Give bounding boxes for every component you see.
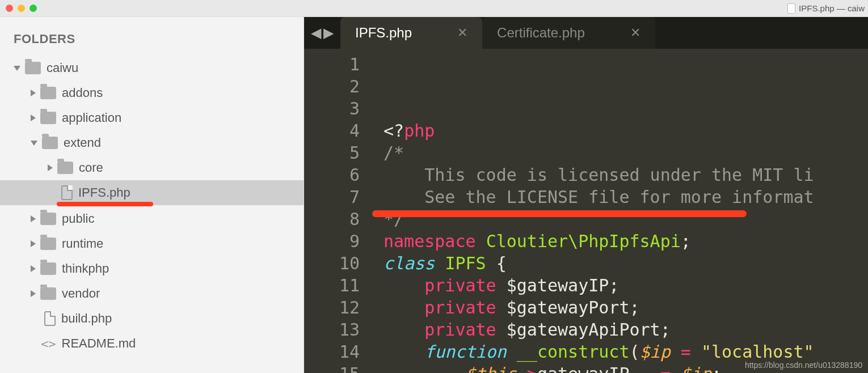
chevron-right-icon[interactable]	[31, 240, 36, 247]
sidebar-item-extend[interactable]: extend	[0, 130, 304, 155]
chevron-right-icon[interactable]	[31, 290, 36, 297]
line-number: 2	[304, 75, 360, 98]
sidebar-item-label: application	[62, 111, 121, 125]
code-area[interactable]: 123456789101112131415 <?php/* This code …	[304, 49, 868, 373]
code-line[interactable]: /*	[384, 142, 868, 164]
line-number: 13	[304, 319, 360, 341]
sidebar-item-label: caiwu	[47, 61, 78, 75]
folder-tree: caiwuaddonsapplicationextendcoreIPFS.php…	[0, 56, 304, 356]
chevron-right-icon[interactable]	[31, 90, 36, 96]
code-content[interactable]: <?php/* This code is licensed under the …	[372, 49, 868, 373]
sidebar-item-runtime[interactable]: runtime	[0, 231, 304, 256]
watermark-text: https://blog.csdn.net/u013288190	[745, 361, 862, 370]
file-icon	[787, 3, 795, 14]
chevron-down-icon[interactable]	[31, 141, 37, 146]
sidebar-item-caiwu[interactable]: caiwu	[0, 56, 304, 80]
sidebar-item-thinkphp[interactable]: thinkphp	[0, 256, 304, 281]
annotation-underline	[372, 210, 747, 217]
line-number: 4	[304, 120, 360, 142]
sidebar-item-label: public	[62, 211, 94, 226]
window-title-text: IPFS.php — caiw	[799, 3, 865, 13]
line-number: 8	[304, 208, 360, 230]
sidebar-item-label: build.php	[61, 311, 112, 326]
line-number: 9	[304, 230, 360, 252]
line-number: 6	[304, 164, 360, 186]
sidebar-item-label: IPFS.php	[78, 185, 130, 200]
close-icon[interactable]: ✕	[630, 26, 641, 40]
code-line[interactable]: private $gatewayPort;	[384, 296, 868, 319]
nav-forward-icon[interactable]: ▶	[323, 25, 334, 41]
sidebar-item-addons[interactable]: addons	[0, 80, 304, 105]
editor-area: ◀ ▶ IPFS.php✕Certificate.php✕ 1234567891…	[304, 17, 868, 373]
folder-icon	[40, 87, 56, 99]
line-number: 7	[304, 186, 360, 208]
folder-sidebar: FOLDERS caiwuaddonsapplicationextendcore…	[0, 17, 304, 373]
sidebar-item-label: core	[79, 160, 103, 175]
folder-icon	[25, 62, 41, 74]
sidebar-item-application[interactable]: application	[0, 105, 304, 130]
traffic-lights	[6, 5, 37, 12]
chevron-right-icon[interactable]	[31, 115, 36, 121]
annotation-underline	[57, 202, 153, 206]
sidebar-item-label: thinkphp	[62, 261, 109, 276]
sidebar-item-label: runtime	[62, 236, 103, 251]
sidebar-item-vendor[interactable]: vendor	[0, 281, 304, 306]
chevron-right-icon[interactable]	[48, 164, 53, 171]
code-icon: <>	[41, 337, 56, 351]
tab-certificate-php[interactable]: Certificate.php✕	[482, 17, 655, 49]
window-title: IPFS.php — caiw	[784, 0, 868, 16]
code-line[interactable]: class IPFS {	[384, 252, 868, 274]
window-titlebar: IPFS.php — caiw	[0, 0, 868, 17]
sidebar-heading: FOLDERS	[0, 28, 304, 56]
folder-icon	[42, 137, 58, 149]
line-number: 12	[304, 296, 360, 319]
tab-label: Certificate.php	[497, 25, 585, 41]
code-line[interactable]: This code is licensed under the MIT li	[384, 164, 868, 186]
sidebar-item-label: vendor	[62, 286, 100, 301]
line-number: 15	[304, 363, 360, 373]
line-number: 3	[304, 98, 360, 120]
code-line[interactable]: namespace Cloutier\PhpIpfsApi;	[384, 230, 868, 252]
folder-icon	[40, 213, 56, 225]
code-line[interactable]: private $gatewayApiPort;	[384, 319, 868, 341]
line-number: 11	[304, 274, 360, 296]
file-icon	[44, 311, 56, 326]
folder-icon	[40, 238, 56, 250]
sidebar-item-readme-md[interactable]: <>README.md	[0, 331, 304, 356]
line-number: 14	[304, 341, 360, 363]
nav-arrows: ◀ ▶	[304, 17, 340, 49]
sidebar-item-label: extend	[64, 135, 101, 150]
tab-bar: ◀ ▶ IPFS.php✕Certificate.php✕	[304, 17, 868, 49]
line-number: 10	[304, 252, 360, 274]
close-icon[interactable]: ✕	[457, 26, 467, 40]
tab-ipfs-php[interactable]: IPFS.php✕	[340, 17, 482, 49]
chevron-down-icon[interactable]	[14, 66, 20, 71]
code-line[interactable]: See the LICENSE file for more informat	[384, 186, 868, 208]
tab-label: IPFS.php	[355, 25, 412, 41]
window-minimize-button[interactable]	[18, 5, 25, 12]
chevron-right-icon[interactable]	[31, 265, 36, 272]
folder-icon	[40, 112, 56, 124]
chevron-right-icon[interactable]	[31, 215, 36, 222]
nav-back-icon[interactable]: ◀	[311, 25, 321, 41]
sidebar-item-label: addons	[62, 86, 103, 100]
code-line[interactable]: private $gatewayIP;	[384, 274, 868, 296]
code-line[interactable]: <?php	[384, 120, 868, 142]
sidebar-item-core[interactable]: core	[0, 155, 304, 180]
folder-icon	[40, 262, 56, 275]
folder-icon	[40, 287, 56, 300]
folder-icon	[57, 162, 73, 174]
window-maximize-button[interactable]	[30, 5, 37, 12]
line-gutter: 123456789101112131415	[304, 49, 372, 373]
line-number: 1	[304, 53, 360, 75]
sidebar-item-label: README.md	[62, 336, 136, 351]
file-icon	[61, 185, 73, 200]
sidebar-item-public[interactable]: public	[0, 206, 304, 231]
window-close-button[interactable]	[6, 5, 13, 12]
line-number: 5	[304, 142, 360, 164]
code-line[interactable]: function __construct($ip = "localhost"	[384, 341, 868, 363]
sidebar-item-build-php[interactable]: build.php	[0, 306, 304, 331]
